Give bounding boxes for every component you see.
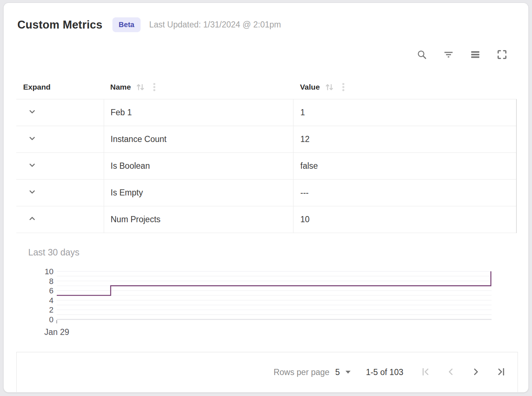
column-label: Value xyxy=(300,83,320,91)
chevron-down-icon xyxy=(27,107,37,119)
sort-icon[interactable] xyxy=(324,82,335,92)
table-rows: Feb 11Instance Count12Is BooleanfalseIs … xyxy=(16,99,517,233)
density-button[interactable] xyxy=(470,49,481,60)
dropdown-arrow-icon xyxy=(346,371,351,374)
cell-value: 10 xyxy=(293,206,516,233)
search-button[interactable] xyxy=(416,49,427,60)
table-row: Num Projects10 xyxy=(16,206,516,233)
column-menu-icon[interactable] xyxy=(150,82,159,92)
search-icon xyxy=(416,49,427,60)
chart-title: Last 30 days xyxy=(28,247,80,258)
last-page-button[interactable] xyxy=(496,367,507,378)
pagination-footer: Rows per page 5 1-5 of 103 xyxy=(16,352,518,392)
column-header-name[interactable]: Name xyxy=(104,82,293,92)
svg-text:4: 4 xyxy=(49,296,53,305)
filter-icon xyxy=(443,49,454,60)
cell-name: Is Boolean xyxy=(104,153,293,179)
cell-name: Feb 1 xyxy=(104,99,293,126)
cell-value: 12 xyxy=(293,126,516,152)
table-row: Is Empty--- xyxy=(16,180,516,206)
custom-metrics-card: Custom Metrics Beta Last Updated: 1/31/2… xyxy=(4,3,528,392)
chevron-left-icon xyxy=(445,366,456,378)
first-page-icon xyxy=(420,366,431,378)
column-header-value[interactable]: Value xyxy=(293,82,517,92)
expand-row-button[interactable] xyxy=(16,180,104,206)
column-label: Name xyxy=(110,83,131,91)
cell-name: Is Empty xyxy=(104,180,293,206)
fullscreen-icon xyxy=(497,49,507,60)
rows-per-page-select[interactable]: 5 xyxy=(335,367,351,377)
first-page-button[interactable] xyxy=(420,367,431,378)
column-header-expand: Expand xyxy=(16,83,104,91)
svg-text:6: 6 xyxy=(49,286,53,295)
cell-value: 1 xyxy=(293,99,516,126)
expand-row-button[interactable] xyxy=(16,126,104,152)
filter-button[interactable] xyxy=(443,49,454,60)
cell-value: --- xyxy=(293,180,516,206)
cell-value: false xyxy=(293,153,516,179)
chevron-up-icon xyxy=(27,214,37,225)
density-icon xyxy=(470,49,481,60)
svg-text:0: 0 xyxy=(49,315,53,324)
header: Custom Metrics Beta Last Updated: 1/31/2… xyxy=(17,17,281,32)
column-menu-icon[interactable] xyxy=(339,82,348,92)
table-row: Feb 11 xyxy=(16,99,516,126)
column-label: Expand xyxy=(23,83,51,91)
grid-toolbar xyxy=(416,49,507,60)
collapse-row-button[interactable] xyxy=(16,206,104,233)
svg-text:Jan 29: Jan 29 xyxy=(44,327,69,337)
fullscreen-button[interactable] xyxy=(497,49,507,60)
sort-icon[interactable] xyxy=(135,82,146,92)
svg-text:10: 10 xyxy=(45,267,53,276)
pagination-nav xyxy=(420,367,507,378)
cell-name: Num Projects xyxy=(104,206,293,233)
table-header-row: Expand Name Value xyxy=(16,75,517,99)
pagination-range: 1-5 of 103 xyxy=(366,367,403,377)
rows-per-page-label: Rows per page xyxy=(274,367,330,377)
expand-row-button[interactable] xyxy=(16,153,104,179)
svg-text:2: 2 xyxy=(49,305,53,314)
chevron-down-icon xyxy=(27,134,37,145)
last-page-icon xyxy=(496,366,507,378)
cell-name: Instance Count xyxy=(104,126,293,152)
chevron-down-icon xyxy=(27,160,37,172)
svg-text:8: 8 xyxy=(49,277,53,286)
metrics-table: Expand Name Value Feb 11 xyxy=(16,75,517,233)
page-title: Custom Metrics xyxy=(17,18,102,31)
chevron-right-icon xyxy=(471,366,481,378)
table-row: Instance Count12 xyxy=(16,126,516,153)
expand-row-button[interactable] xyxy=(16,99,104,126)
beta-badge: Beta xyxy=(112,17,140,32)
last-updated-text: Last Updated: 1/31/2024 @ 2:01pm xyxy=(149,20,281,30)
next-page-button[interactable] xyxy=(471,367,481,378)
previous-page-button[interactable] xyxy=(445,367,456,378)
num-projects-chart: 0246810Jan 29 xyxy=(22,266,495,342)
chevron-down-icon xyxy=(27,187,37,199)
table-row: Is Booleanfalse xyxy=(16,153,516,180)
rows-per-page-value: 5 xyxy=(335,367,340,377)
